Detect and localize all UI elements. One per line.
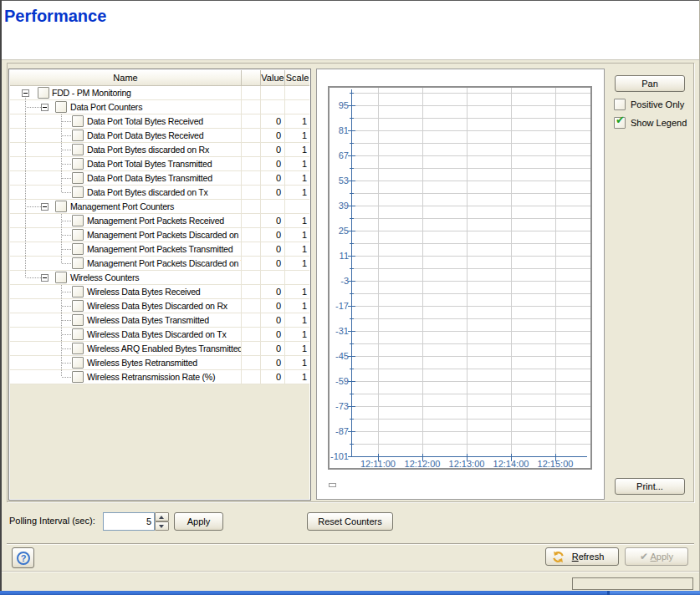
tree-row-label: Wireless ARQ Enabled Bytes Transmitted: [87, 342, 242, 355]
tree-row-label: Data Port Total Bytes Received: [87, 114, 203, 128]
tree-row[interactable]: Data Port Total Bytes Transmitted01: [10, 157, 309, 171]
tree-row-checkbox[interactable]: [72, 243, 84, 255]
tree-cell-scale: 1: [285, 143, 309, 156]
y-major-tick: [348, 281, 355, 282]
tree-row-checkbox[interactable]: [38, 87, 49, 99]
tree-cell-value: 0: [261, 228, 285, 242]
tree-row-checkbox[interactable]: [55, 201, 67, 212]
y-tick-label: 39: [318, 201, 349, 211]
reset-counters-button[interactable]: Reset Counters: [307, 512, 393, 531]
tree-row-checkbox[interactable]: [72, 314, 84, 326]
tree-row-label: Data Port Data Bytes Received: [87, 129, 203, 142]
tree-row[interactable]: Data Port Data Bytes Received01: [10, 129, 309, 143]
tree-row[interactable]: FDD - PM Monitoring: [10, 86, 309, 100]
print-button[interactable]: Print...: [615, 478, 685, 495]
tree-rows: FDD - PM MonitoringData Port CountersDat…: [10, 86, 309, 384]
y-tick-label: -87: [318, 426, 349, 436]
tree-row[interactable]: Management Port Packets Discarded on R01: [10, 228, 309, 242]
stepper-up-button[interactable]: [155, 512, 169, 521]
tree-row[interactable]: Wireless ARQ Enabled Bytes Transmitted01: [10, 342, 309, 356]
tree-row-label: Management Port Packets Discarded on T:: [87, 257, 242, 270]
tree-row[interactable]: Management Port Counters: [10, 200, 309, 214]
tree-row[interactable]: Data Port Bytes discarded on Rx01: [10, 143, 309, 157]
tree-expander-minus[interactable]: [41, 104, 49, 111]
tree-row[interactable]: Data Port Counters: [10, 100, 309, 114]
tree-row-checkbox[interactable]: [72, 158, 84, 170]
tree-row-checkbox[interactable]: [72, 371, 84, 383]
polling-apply-button[interactable]: Apply: [174, 512, 223, 531]
tree-row[interactable]: Wireless Data Bytes Discarded on Tx01: [10, 328, 309, 342]
tree-cell-value: [261, 100, 285, 114]
tree-row[interactable]: Data Port Data Bytes Transmitted01: [10, 171, 309, 186]
tree-expander-minus[interactable]: [41, 203, 49, 211]
refresh-button[interactable]: Refresh: [545, 547, 619, 566]
apply-check-icon: ✔: [640, 551, 648, 562]
tree-row-checkbox[interactable]: [72, 357, 84, 369]
tree-cell-scale: 1: [285, 242, 309, 256]
tree-row[interactable]: Wireless Data Bytes Received01: [10, 285, 309, 299]
tree-row-label: Data Port Counters: [70, 100, 142, 114]
tree-cell-blank: [242, 86, 261, 99]
tree-expander-minus[interactable]: [41, 274, 49, 282]
tree-row-checkbox[interactable]: [72, 300, 84, 312]
tree-row[interactable]: Data Port Bytes discarded on Tx01: [10, 186, 309, 200]
help-button[interactable]: ?: [12, 547, 34, 568]
column-header-blank[interactable]: [242, 70, 261, 85]
header-divider: [0, 59, 700, 60]
show-legend-checkbox[interactable]: ✔: [614, 117, 626, 129]
y-minor-tick: [350, 168, 354, 169]
legend-box: [329, 483, 336, 487]
tree-row-checkbox[interactable]: [72, 172, 84, 184]
tree-row-checkbox[interactable]: [72, 130, 84, 141]
stepper-down-button[interactable]: [155, 521, 169, 531]
positive-only-checkbox[interactable]: [614, 99, 626, 110]
x-tick-label: 12:14:00: [489, 460, 533, 469]
tree-row[interactable]: Wireless Retransmission Rate (%)01: [10, 370, 309, 384]
tree-row-checkbox[interactable]: [72, 286, 84, 298]
tree-row-checkbox[interactable]: [55, 272, 67, 283]
column-header-name[interactable]: Name: [10, 70, 242, 85]
tree-row[interactable]: Management Port Packets Received01: [10, 214, 309, 228]
polling-interval-input[interactable]: 5: [103, 512, 155, 531]
tree-row[interactable]: Management Port Packets Discarded on T:0…: [10, 257, 309, 271]
x-tick-label: 12:15:00: [534, 460, 577, 469]
tree-row-checkbox[interactable]: [72, 343, 84, 354]
tree-row[interactable]: Wireless Data Bytes Transmitted01: [10, 313, 309, 328]
tree-row-checkbox[interactable]: [72, 144, 84, 155]
pan-button[interactable]: Pan: [615, 75, 685, 92]
tree-row[interactable]: Wireless Data Bytes Discarded on Rx01: [10, 299, 309, 313]
column-header-scale[interactable]: Scale: [285, 70, 309, 85]
tree-cell-blank: [242, 200, 261, 213]
window-border-top: [0, 0, 700, 1]
tree-expander-minus[interactable]: [22, 89, 29, 97]
tree-cell-scale: 1: [285, 328, 309, 341]
tree-row-checkbox[interactable]: [55, 101, 67, 113]
tree-row-checkbox[interactable]: [72, 328, 84, 340]
tree-row[interactable]: Wireless Counters: [10, 271, 309, 285]
y-major-tick: [348, 406, 355, 407]
tree-cell-blank: [242, 228, 261, 242]
tree-row-label: Management Port Packets Discarded on R: [87, 228, 242, 242]
tree-cell-scale: 1: [285, 186, 309, 199]
tree-row-checkbox[interactable]: [72, 115, 84, 127]
chart-panel: 95816753392511-3-17-31-45-59-73-87-10112…: [316, 69, 605, 500]
tree-row[interactable]: Data Port Total Bytes Received01: [10, 114, 309, 129]
tree-cell-value: 0: [261, 342, 285, 355]
y-tick-label: -101: [318, 451, 349, 461]
y-minor-tick: [350, 268, 354, 269]
tree-row-checkbox[interactable]: [72, 215, 84, 226]
y-tick-label: -3: [318, 276, 349, 286]
tree-row-checkbox[interactable]: [72, 257, 84, 269]
tree-row-label: Data Port Bytes discarded on Rx: [87, 143, 209, 156]
apply-button[interactable]: ✔ Apply: [625, 547, 688, 566]
tree-row-checkbox[interactable]: [72, 186, 84, 198]
polling-interval-stepper[interactable]: [155, 512, 169, 531]
tree-row[interactable]: Management Port Packets Transmitted01: [10, 242, 309, 257]
tree-cell-value: 0: [261, 285, 285, 298]
column-header-value[interactable]: Value: [261, 70, 285, 85]
window-border-left: [0, 0, 2, 591]
tree-row-checkbox[interactable]: [72, 229, 84, 241]
y-tick-label: 25: [318, 226, 349, 236]
tree-cell-scale: [285, 200, 309, 213]
tree-row[interactable]: Wireless Bytes Retransmitted01: [10, 356, 309, 370]
